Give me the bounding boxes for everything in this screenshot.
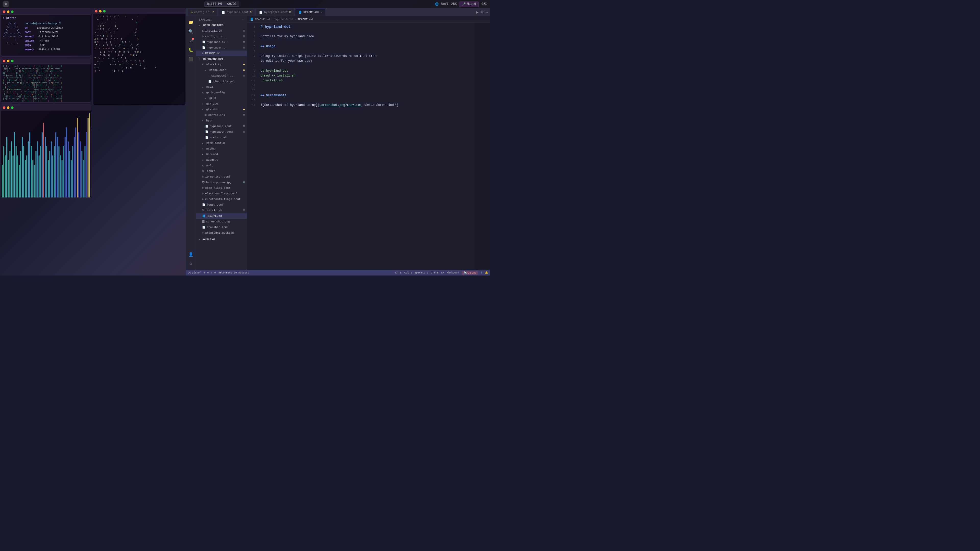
tab-hyprpaper-conf[interactable]: 📄 hyprpaper.conf M — [256, 9, 294, 16]
line-ending[interactable]: LF — [441, 272, 444, 274]
folder-webcord[interactable]: ▸ Webcord — [196, 151, 247, 157]
file-config-ini-gtklock[interactable]: ⚙ config.ini M — [196, 112, 247, 118]
viz-bar — [19, 165, 20, 197]
folder-waybar[interactable]: ▸ waybar — [196, 146, 247, 151]
file-encoding[interactable]: UTF-8 — [431, 272, 438, 274]
folder-gtklock[interactable]: ▾ gtklock — [196, 106, 247, 112]
close-btn-pfetch[interactable] — [3, 11, 5, 13]
folder-grub-config[interactable]: ▸ grub-config — [196, 90, 247, 95]
workspace-indicator[interactable]: 3 — [3, 1, 9, 7]
muted-indicator[interactable]: 🎤 Muted — [459, 2, 479, 7]
min-btn-maze[interactable] — [7, 60, 10, 62]
file-electron-flags[interactable]: ⚙ electron-flags.conf — [196, 191, 247, 197]
activity-settings[interactable]: ⚙ — [187, 260, 195, 268]
code-text[interactable]: # hyprland-dot Dotfiles for my hyprland … — [259, 22, 475, 270]
viz-bar — [48, 160, 49, 197]
line-14: ## Screenshots — [261, 93, 475, 98]
file-hyprpaper-conf-sidebar[interactable]: 📄 hyprpaper.conf M — [196, 129, 247, 135]
file-starship[interactable]: 📄 starship.toml — [196, 224, 247, 230]
close-btn-code[interactable] — [95, 10, 97, 13]
more-icon[interactable]: ⋯ — [485, 10, 488, 15]
tab-readme-md[interactable]: 📘 README.md ✕ — [295, 9, 325, 16]
file-code-flags[interactable]: ⚙ code-flags.conf — [196, 185, 247, 191]
file-screenshot[interactable]: 🖼 screenshot.png — [196, 219, 247, 224]
min-btn-pfetch[interactable] — [7, 11, 10, 13]
file-wrappedh1[interactable]: ≡ wrappedh1.desktop — [196, 230, 247, 236]
file-electron19-flags[interactable]: ⚙ electron19-flags.conf — [196, 197, 247, 202]
max-btn-maze[interactable] — [11, 60, 14, 62]
activity-explorer[interactable]: 📁 — [187, 18, 195, 27]
indentation[interactable]: Spaces: 2 — [414, 272, 428, 274]
sidebar-open-editors[interactable]: ▾ OPEN EDITORS — [196, 22, 247, 28]
folder-gtk[interactable]: ▸ gtk-3.0 — [196, 101, 247, 106]
cursor-position[interactable]: Ln 1, Col 1 — [395, 272, 412, 274]
open-editor-install-sh[interactable]: $ install.sh M — [196, 28, 247, 34]
min-btn-viz[interactable] — [7, 106, 10, 109]
file-betterpiano[interactable]: 🖼 betterpiano.jpg U — [196, 179, 247, 185]
folder-cava[interactable]: ▸ cava — [196, 84, 247, 90]
folder-grub[interactable]: ▸ grub — [196, 95, 247, 101]
folder-wofi[interactable]: ▸ wofi — [196, 163, 247, 168]
folder-sddm[interactable]: ▸ sddm.conf.d — [196, 140, 247, 146]
open-editor-config-ini[interactable]: ⚙ config.ini... M — [196, 34, 247, 39]
viz-bar — [63, 146, 64, 197]
tab-hyprland-conf[interactable]: 📄 hyprland.conf M — [218, 9, 255, 16]
activity-search[interactable]: 🔍 — [187, 27, 195, 36]
file-icon-readme: 📘 — [202, 214, 205, 218]
file-zshrc[interactable]: $ .zshrc — [196, 168, 247, 174]
line-16: ![Screenshot of hyprland setup](screensh… — [261, 103, 475, 108]
open-editor-hyprland[interactable]: 📄 hyprland.c... M — [196, 39, 247, 45]
max-btn-pfetch[interactable] — [11, 11, 14, 13]
git-branch[interactable]: ⎇ piano* — [188, 271, 201, 274]
language-mode[interactable]: Markdown — [447, 272, 459, 274]
open-editor-hyprpaper[interactable]: 📄 hyprpaper... M — [196, 45, 247, 51]
close-btn-viz[interactable] — [3, 106, 5, 109]
max-btn-code[interactable] — [103, 10, 106, 13]
sidebar-more-icon[interactable]: ⋯ — [242, 18, 244, 21]
file-mocha-conf[interactable]: 📄 mocha.conf — [196, 135, 247, 140]
sidebar-project[interactable]: ▾ HYPRLAND-DOT — [196, 56, 247, 62]
sidebar-outline[interactable]: ▸ OUTLINE — [196, 237, 247, 242]
folder-hypr[interactable]: ▾ hypr — [196, 118, 247, 124]
warning-icon: ⚠ — [211, 271, 212, 274]
cava-arrow: ▸ — [202, 86, 205, 89]
activity-accounts[interactable]: 👤 — [187, 251, 195, 259]
folder-wlogout[interactable]: ▸ wlogout — [196, 157, 247, 163]
file-10-monitor[interactable]: ⚙ 10-monitor.conf — [196, 174, 247, 179]
file-fonts-conf[interactable]: 📄 fonts.conf — [196, 202, 247, 208]
tab-config-ini[interactable]: ⚙ config.ini M — [188, 9, 217, 16]
file-icon-starship: 📄 — [202, 226, 205, 229]
viz-bar — [2, 165, 3, 197]
file-alacritty-yml[interactable]: 📄 alacritty.yml — [196, 79, 247, 84]
activity-debug[interactable]: 🐛 — [187, 46, 195, 54]
viz-bar — [11, 141, 12, 197]
max-btn-viz[interactable] — [11, 106, 14, 109]
tab-close-readme[interactable]: ✕ — [321, 11, 322, 14]
editor-content[interactable]: 1 2 3 4 5 6 7 8 9 10 11 12 13 — [247, 22, 490, 270]
close-btn-maze[interactable] — [3, 60, 5, 62]
activity-extensions[interactable]: ⬛ — [187, 55, 195, 63]
folder-catppuccin[interactable]: ▸ catppuccin — [196, 67, 247, 73]
go-live-button[interactable]: 📡 Go Live — [462, 271, 478, 275]
viz-bar — [72, 146, 73, 197]
min-btn-code[interactable] — [99, 10, 102, 13]
file-readme-root[interactable]: 📘 README.md — [196, 213, 247, 219]
file-hyprland-conf[interactable]: 📄 hyprland.conf M — [196, 124, 247, 129]
folder-alacritty[interactable]: ▸ alacritty — [196, 62, 247, 67]
run-icon[interactable]: ▶ — [476, 10, 479, 15]
go-live-label: Go Live — [468, 272, 476, 274]
viz-bar — [3, 146, 4, 197]
file-icon-zshrc: $ — [202, 170, 204, 173]
file-catppuccin-conf[interactable]: ! catppuccin-... M — [196, 73, 247, 79]
statusbar-errors[interactable]: ⊗ 0 ⚠ 0 — [204, 271, 216, 274]
notification-icon[interactable]: 🔔 — [485, 271, 488, 274]
viz-bar — [34, 165, 35, 197]
open-editor-readme[interactable]: ✕ README.md — [196, 51, 247, 56]
gtklock-arrow: ▾ — [202, 108, 205, 111]
broadcast-icon[interactable]: ↕ — [481, 272, 482, 274]
file-install-sh-root[interactable]: $ install.sh M — [196, 208, 247, 213]
split-icon[interactable]: ⧉ — [480, 10, 484, 14]
reconnect-discord[interactable]: Reconnect to Discord — [218, 272, 249, 274]
activity-git[interactable]: ⎇ — [187, 37, 195, 45]
mic-icon: 🎤 — [462, 2, 466, 6]
